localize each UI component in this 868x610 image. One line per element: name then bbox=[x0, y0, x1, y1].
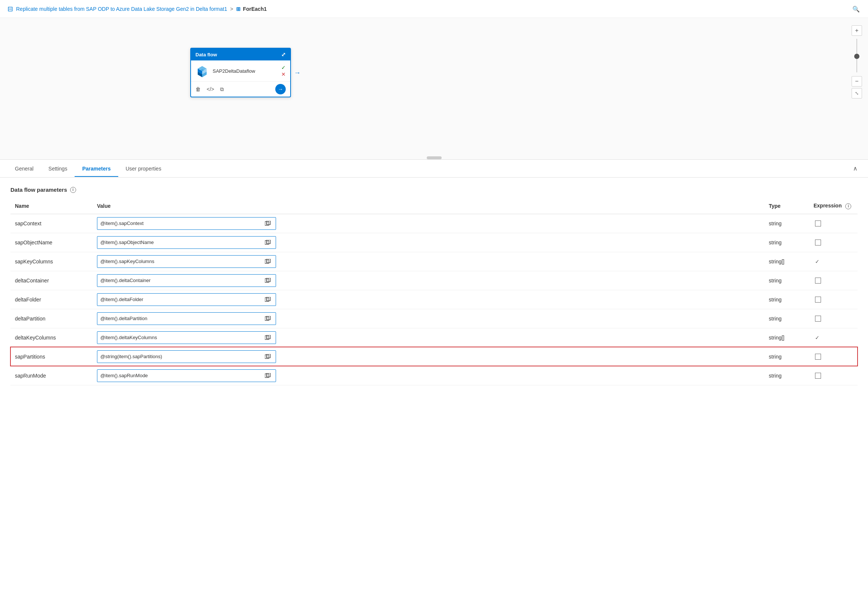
param-value-field[interactable]: @item().deltaPartition bbox=[97, 312, 276, 325]
expression-checkbox[interactable] bbox=[815, 278, 821, 284]
param-type: string bbox=[764, 214, 809, 233]
section-info-icon[interactable]: i bbox=[70, 187, 76, 193]
param-expression-cell bbox=[809, 214, 857, 233]
param-value-text: @item().sapKeyColumns bbox=[100, 259, 264, 264]
zoom-out-button[interactable]: − bbox=[852, 76, 862, 87]
top-right-toolbar: 🔍 bbox=[850, 3, 862, 15]
zoom-fit-button[interactable]: ⤡ bbox=[852, 88, 862, 98]
panel-resize-handle[interactable] bbox=[427, 156, 442, 159]
arrow-forward-button[interactable]: → bbox=[275, 84, 286, 95]
param-type: string bbox=[764, 309, 809, 328]
param-expression-cell bbox=[809, 233, 857, 252]
param-value-cell: @item().deltaKeyColumns bbox=[93, 328, 764, 347]
param-value-field[interactable]: @item().sapContext bbox=[97, 217, 276, 230]
canvas-area: + − ⤡ Data flow ⤢ bbox=[0, 18, 868, 160]
param-type: string bbox=[764, 271, 809, 290]
param-value-text: @item().sapRunMode bbox=[100, 373, 264, 378]
table-row: sapRunMode@item().sapRunModestring bbox=[11, 366, 857, 385]
expression-checkbox[interactable] bbox=[815, 239, 821, 245]
param-value-expression-icon[interactable] bbox=[264, 371, 273, 380]
col-header-name: Name bbox=[11, 200, 93, 214]
param-value-field[interactable]: @item().deltaContainer bbox=[97, 274, 276, 287]
tab-parameters[interactable]: Parameters bbox=[74, 160, 118, 177]
dataflow-card-body: SAP2DeltaDataflow ✓ ✕ bbox=[191, 61, 290, 81]
param-value-field[interactable]: @item().sapRunMode bbox=[97, 369, 276, 382]
param-value-expression-icon[interactable] bbox=[264, 333, 273, 342]
table-row: deltaContainer@item().deltaContainerstri… bbox=[11, 271, 857, 290]
param-name: sapKeyColumns bbox=[11, 252, 93, 271]
param-value-expression-icon[interactable] bbox=[264, 257, 273, 266]
tab-user-properties[interactable]: User properties bbox=[118, 160, 169, 177]
zoom-slider-thumb[interactable] bbox=[854, 54, 859, 59]
table-row: sapPartitions@string(item().sapPartition… bbox=[11, 347, 857, 366]
expression-checkmark[interactable]: ✓ bbox=[815, 335, 820, 341]
tabs-bar: General Settings Parameters User propert… bbox=[0, 160, 868, 178]
status-check-icon: ✓ bbox=[281, 65, 286, 70]
param-value-field[interactable]: @item().sapKeyColumns bbox=[97, 255, 276, 268]
param-value-field[interactable]: @item().sapObjectName bbox=[97, 236, 276, 249]
table-row: sapContext@item().sapContextstring bbox=[11, 214, 857, 233]
zoom-slider-track bbox=[856, 39, 857, 72]
zoom-slider[interactable] bbox=[856, 37, 857, 75]
param-value-expression-icon[interactable] bbox=[264, 238, 273, 247]
param-name: deltaKeyColumns bbox=[11, 328, 93, 347]
tab-general[interactable]: General bbox=[8, 160, 41, 177]
expression-checkmark[interactable]: ✓ bbox=[815, 259, 820, 264]
param-value-field[interactable]: @item().deltaKeyColumns bbox=[97, 331, 276, 344]
param-value-text: @item().deltaContainer bbox=[100, 278, 264, 283]
delete-icon[interactable]: 🗑 bbox=[195, 86, 201, 92]
expression-checkbox[interactable] bbox=[815, 373, 821, 379]
expression-checkbox[interactable] bbox=[815, 296, 821, 303]
param-value-expression-icon[interactable] bbox=[264, 219, 273, 228]
param-value-text: @item().sapObjectName bbox=[100, 239, 264, 245]
tab-settings[interactable]: Settings bbox=[41, 160, 75, 177]
section-title-text: Data flow parameters bbox=[11, 186, 67, 193]
param-expression-cell bbox=[809, 290, 857, 309]
copy-icon[interactable]: ⧉ bbox=[220, 86, 224, 93]
search-button[interactable]: 🔍 bbox=[850, 3, 862, 15]
param-expression-cell bbox=[809, 366, 857, 385]
param-value-expression-icon[interactable] bbox=[264, 314, 273, 323]
breadcrumb: ⊟ Replicate multiple tables from SAP ODP… bbox=[0, 0, 868, 18]
param-expression-cell bbox=[809, 271, 857, 290]
param-value-text: @item().deltaPartition bbox=[100, 316, 264, 321]
foreach-icon: ⊞ bbox=[236, 6, 240, 12]
breadcrumb-separator: > bbox=[230, 6, 233, 12]
param-value-text: @item().sapContext bbox=[100, 220, 264, 226]
expression-checkbox[interactable] bbox=[815, 316, 821, 321]
param-value-field[interactable]: @string(item().sapPartitions) bbox=[97, 350, 276, 363]
param-type: string[] bbox=[764, 328, 809, 347]
param-value-field[interactable]: @item().deltaFolder bbox=[97, 293, 276, 306]
col-header-expression: Expression i bbox=[809, 200, 857, 214]
param-name: sapRunMode bbox=[11, 366, 93, 385]
code-icon[interactable]: </> bbox=[207, 86, 214, 92]
param-type: string bbox=[764, 233, 809, 252]
section-title: Data flow parameters i bbox=[11, 186, 857, 193]
table-row: deltaPartition@item().deltaPartitionstri… bbox=[11, 309, 857, 328]
param-value-cell: @item().sapKeyColumns bbox=[93, 252, 764, 271]
table-row: sapKeyColumns@item().sapKeyColumnsstring… bbox=[11, 252, 857, 271]
param-name: deltaPartition bbox=[11, 309, 93, 328]
param-value-cell: @item().sapRunMode bbox=[93, 366, 764, 385]
external-link-icon[interactable]: ⤢ bbox=[281, 51, 286, 57]
arrow-connector: → bbox=[294, 69, 301, 76]
params-table: Name Value Type Expression i sapContext@… bbox=[11, 200, 857, 385]
expression-info-icon[interactable]: i bbox=[845, 203, 851, 209]
zoom-in-button[interactable]: + bbox=[852, 25, 862, 36]
dataflow-status-icons: ✓ ✕ bbox=[281, 65, 286, 77]
param-value-cell: @item().deltaContainer bbox=[93, 271, 764, 290]
param-value-expression-icon[interactable] bbox=[264, 352, 273, 361]
expression-checkbox[interactable] bbox=[815, 354, 821, 360]
bottom-panel: General Settings Parameters User propert… bbox=[0, 160, 868, 610]
param-value-expression-icon[interactable] bbox=[264, 276, 273, 285]
expression-checkbox[interactable] bbox=[815, 220, 821, 227]
collapse-panel-button[interactable]: ∧ bbox=[850, 163, 860, 174]
param-expression-cell: ✓ bbox=[809, 252, 857, 271]
param-value-cell: @item().deltaFolder bbox=[93, 290, 764, 309]
param-name: sapPartitions bbox=[11, 347, 93, 366]
param-value-expression-icon[interactable] bbox=[264, 295, 273, 304]
param-type: string[] bbox=[764, 252, 809, 271]
status-cross-icon: ✕ bbox=[281, 71, 286, 77]
breadcrumb-pipeline-link[interactable]: Replicate multiple tables from SAP ODP t… bbox=[16, 6, 227, 12]
param-type: string bbox=[764, 290, 809, 309]
